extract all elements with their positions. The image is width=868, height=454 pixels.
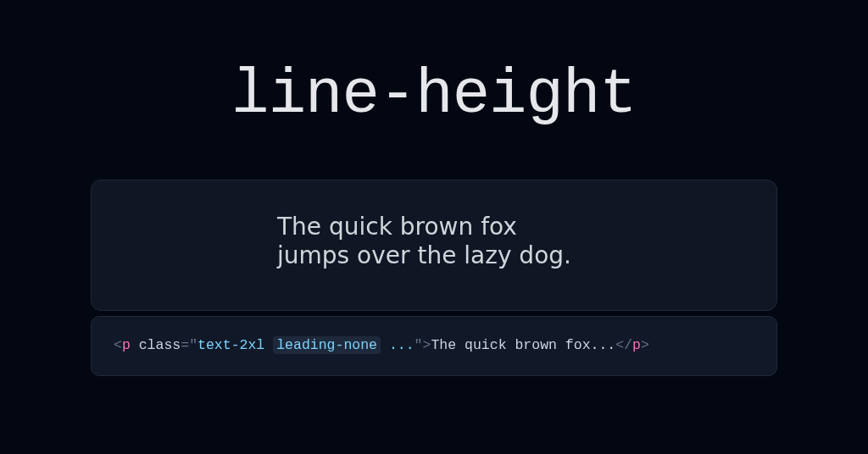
code-token: " xyxy=(189,337,198,353)
code-token: = xyxy=(181,337,189,353)
code-token: > xyxy=(641,337,649,353)
code-token: < xyxy=(114,337,122,353)
code-token: p xyxy=(122,337,131,353)
page-title: line-height xyxy=(231,59,636,130)
code-box: <p class="text-2xl leading-none ...">The… xyxy=(91,316,777,376)
preview-line-2: jumps over the lazy dog. xyxy=(277,241,571,269)
code-token: p xyxy=(632,337,641,353)
code-token: class xyxy=(139,337,181,353)
example-panel: The quick brown fox jumps over the lazy … xyxy=(91,180,777,376)
preview-text: The quick brown fox jumps over the lazy … xyxy=(277,213,591,269)
preview-box: The quick brown fox jumps over the lazy … xyxy=(91,180,777,311)
code-token: </ xyxy=(615,337,632,353)
code-token: text-2xl xyxy=(198,337,264,353)
code-token xyxy=(264,337,273,353)
code-token-highlight: leading-none xyxy=(273,336,381,354)
preview-line-1: The quick brown fox xyxy=(277,213,517,241)
code-token: > xyxy=(423,337,431,353)
code-token xyxy=(131,337,139,353)
code-token: ... xyxy=(381,337,415,353)
code-token: " xyxy=(415,337,423,353)
code-token: The quick brown fox... xyxy=(431,337,615,353)
